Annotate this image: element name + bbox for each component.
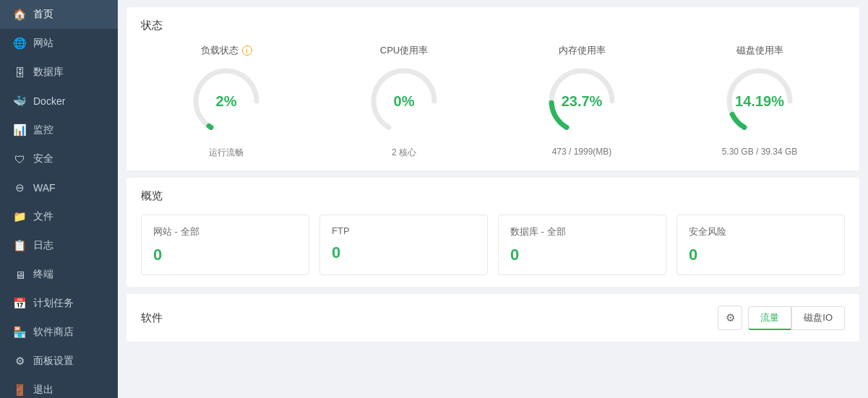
overview-item-3: 安全风险 0	[676, 215, 845, 275]
sidebar-icon-5: 🛡	[13, 153, 26, 165]
gauge-container-2: 23.7%	[542, 61, 622, 141]
software-controls: ⚙ 流量磁盘IO	[718, 306, 845, 330]
gauge-value-2: 23.7%	[562, 93, 603, 110]
overview-value-1: 0	[332, 243, 476, 262]
sidebar-icon-13: 🚪	[13, 384, 26, 397]
sidebar-label-3: Docker	[33, 95, 65, 107]
sidebar-label-11: 软件商店	[33, 326, 74, 339]
status-label-1: CPU使用率	[380, 44, 428, 57]
overview-item-1: FTP 0	[319, 215, 488, 275]
status-item-2: 内存使用率 23.7% 473 / 1999(MB)	[497, 44, 667, 159]
overview-label-1: FTP	[332, 225, 476, 236]
sidebar-icon-4: 📊	[13, 124, 26, 137]
status-desc-1: 2 核心	[392, 147, 416, 159]
overview-item-2: 数据库 - 全部 0	[498, 215, 666, 275]
sidebar-icon-6: ⊖	[13, 181, 26, 194]
overview-value-0: 0	[153, 246, 297, 264]
sidebar-item-0[interactable]: 🏠首页	[0, 0, 118, 29]
overview-item-0: 网站 - 全部 0	[141, 215, 309, 275]
overview-label-3: 安全风险	[689, 225, 833, 238]
overview-title: 概览	[141, 189, 845, 203]
status-desc-2: 473 / 1999(MB)	[552, 147, 612, 157]
gauge-container-1: 0%	[364, 61, 444, 141]
sidebar-icon-1: 🌐	[13, 37, 26, 50]
overview-grid: 网站 - 全部 0 FTP 0 数据库 - 全部 0 安全风险 0	[141, 215, 845, 275]
status-section: 状态 负载状态i 2% 运行流畅 CPU使用率 0% 2 核心 内存使用率 23…	[126, 7, 859, 170]
sidebar-label-8: 日志	[33, 239, 53, 252]
sidebar-label-2: 数据库	[33, 66, 64, 79]
sidebar-label-12: 面板设置	[33, 355, 74, 368]
sidebar-label-10: 计划任务	[33, 297, 74, 310]
sidebar-label-4: 监控	[33, 124, 53, 137]
main-content: 状态 负载状态i 2% 运行流畅 CPU使用率 0% 2 核心 内存使用率 23…	[118, 0, 868, 398]
status-item-0: 负载状态i 2% 运行流畅	[141, 44, 311, 159]
status-label-0: 负载状态i	[201, 44, 252, 57]
sidebar-item-9[interactable]: 🖥终端	[0, 260, 118, 289]
sidebar-label-13: 退出	[33, 384, 53, 397]
sidebar-item-10[interactable]: 📅计划任务	[0, 289, 118, 318]
software-tab-1[interactable]: 磁盘IO	[791, 306, 845, 330]
sidebar-item-5[interactable]: 🛡安全	[0, 144, 118, 173]
sidebar-item-8[interactable]: 📋日志	[0, 231, 118, 260]
sidebar-icon-9: 🖥	[13, 269, 26, 281]
overview-value-3: 0	[689, 246, 833, 264]
sidebar: 🏠首页🌐网站🗄数据库🐳Docker📊监控🛡安全⊖WAF📁文件📋日志🖥终端📅计划任…	[0, 0, 118, 398]
sidebar-label-0: 首页	[33, 8, 53, 21]
sidebar-icon-7: 📁	[13, 210, 26, 223]
sidebar-item-4[interactable]: 📊监控	[0, 116, 118, 144]
software-tabs: 流量磁盘IO	[748, 306, 845, 330]
status-grid: 负载状态i 2% 运行流畅 CPU使用率 0% 2 核心 内存使用率 23.7%…	[141, 44, 845, 159]
sidebar-item-7[interactable]: 📁文件	[0, 202, 118, 231]
sidebar-icon-8: 📋	[13, 239, 26, 252]
sidebar-item-12[interactable]: ⚙面板设置	[0, 347, 118, 376]
sidebar-icon-11: 🏪	[13, 326, 26, 339]
info-icon[interactable]: i	[242, 46, 252, 56]
software-header: 软件 ⚙ 流量磁盘IO	[141, 306, 845, 330]
sidebar-label-6: WAF	[33, 182, 56, 194]
gauge-container-3: 14.19%	[720, 61, 799, 141]
overview-section: 概览 网站 - 全部 0 FTP 0 数据库 - 全部 0 安全风险 0	[126, 178, 859, 287]
gauge-value-3: 14.19%	[735, 93, 784, 110]
status-label-2: 内存使用率	[559, 44, 606, 57]
status-item-3: 磁盘使用率 14.19% 5.30 GB / 39.34 GB	[674, 44, 845, 159]
sidebar-label-7: 文件	[33, 210, 53, 223]
sidebar-item-1[interactable]: 🌐网站	[0, 29, 118, 58]
sidebar-label-5: 安全	[33, 152, 53, 165]
sidebar-icon-0: 🏠	[13, 8, 26, 21]
gauge-container-0: 2%	[186, 61, 266, 141]
sidebar-icon-12: ⚙	[13, 355, 26, 368]
status-desc-0: 运行流畅	[209, 147, 244, 159]
status-desc-3: 5.30 GB / 39.34 GB	[722, 147, 798, 157]
overview-label-0: 网站 - 全部	[153, 225, 297, 238]
status-label-3: 磁盘使用率	[736, 44, 783, 57]
sidebar-item-3[interactable]: 🐳Docker	[0, 87, 118, 116]
sidebar-item-13[interactable]: 🚪退出	[0, 376, 118, 398]
sidebar-icon-3: 🐳	[13, 95, 26, 108]
status-title: 状态	[141, 19, 845, 33]
software-title: 软件	[141, 311, 163, 325]
overview-value-2: 0	[510, 246, 654, 264]
sidebar-item-2[interactable]: 🗄数据库	[0, 58, 118, 87]
sidebar-label-1: 网站	[33, 37, 53, 50]
sidebar-icon-10: 📅	[13, 297, 26, 310]
sidebar-icon-2: 🗄	[13, 66, 26, 79]
gear-button[interactable]: ⚙	[718, 306, 742, 330]
gauge-value-1: 0%	[394, 93, 415, 110]
software-section: 软件 ⚙ 流量磁盘IO	[126, 294, 859, 342]
software-tab-0[interactable]: 流量	[748, 306, 791, 330]
gauge-value-0: 2%	[216, 93, 237, 110]
status-item-1: CPU使用率 0% 2 核心	[319, 44, 489, 159]
overview-label-2: 数据库 - 全部	[510, 225, 654, 238]
sidebar-label-9: 终端	[33, 268, 53, 281]
sidebar-item-11[interactable]: 🏪软件商店	[0, 318, 118, 347]
sidebar-item-6[interactable]: ⊖WAF	[0, 173, 118, 202]
